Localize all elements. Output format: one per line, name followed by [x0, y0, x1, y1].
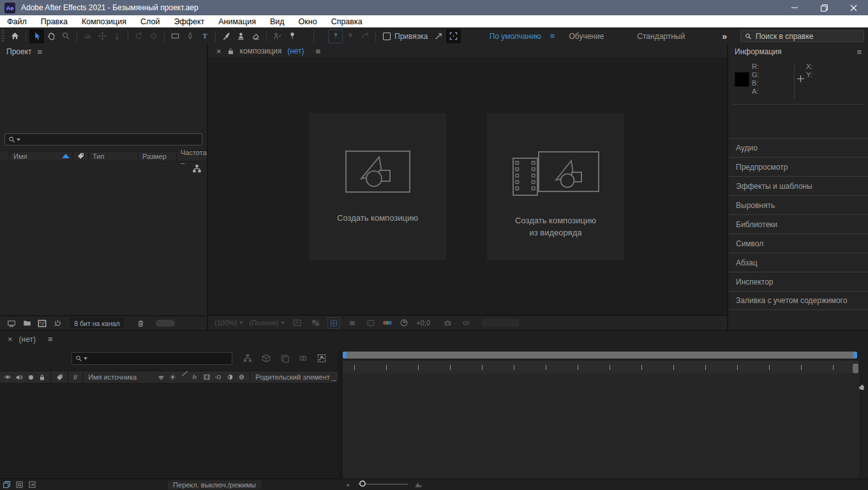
column-label[interactable] — [73, 151, 88, 161]
pan-camera-tool-icon[interactable] — [95, 29, 110, 43]
panel-menu-icon[interactable]: ≡ — [316, 47, 321, 56]
snapshot-camera-icon[interactable] — [441, 317, 454, 329]
hand-tool-icon[interactable] — [44, 29, 59, 43]
fit-view-icon[interactable] — [290, 317, 303, 329]
zoom-out-mountain-icon[interactable] — [345, 480, 352, 488]
exposure-icon[interactable] — [398, 317, 410, 329]
track-area[interactable] — [343, 373, 868, 479]
render-settings-icon[interactable] — [50, 319, 65, 328]
panel-tab-audio[interactable]: Аудио — [728, 138, 868, 157]
project-search-input[interactable] — [20, 135, 198, 144]
composition-tab[interactable]: × композиция (нет) ≡ — [208, 45, 727, 57]
timeline-search-box[interactable] — [71, 352, 232, 365]
tab-close-icon[interactable]: × — [216, 47, 221, 56]
panel-tab-align[interactable]: Выровнять — [728, 195, 868, 214]
layer-list-area[interactable] — [0, 383, 338, 479]
timeline-tab[interactable]: × (нет) ≡ — [8, 334, 53, 344]
menu-window[interactable]: Окно — [292, 17, 324, 26]
clone-stamp-tool-icon[interactable] — [234, 29, 248, 43]
graph-editor-icon[interactable] — [317, 353, 327, 363]
new-composition-icon[interactable] — [34, 319, 50, 328]
workspace-menu-icon[interactable]: ≡ — [550, 31, 555, 41]
magnification-dropdown[interactable]: (100%) — [214, 319, 243, 327]
timeline-horizontal-scrollbar[interactable] — [343, 352, 857, 359]
info-panel-title[interactable]: Информация — [735, 47, 781, 56]
menu-layer[interactable]: Слой — [133, 17, 167, 26]
region-of-interest-icon[interactable] — [346, 317, 359, 329]
zoom-slider[interactable] — [358, 484, 408, 485]
panel-tab-effects-presets[interactable]: Эффекты и шаблоны — [728, 176, 868, 195]
menu-effect[interactable]: Эффект — [167, 17, 211, 26]
panel-tab-preview[interactable]: Предпросмотр — [728, 157, 868, 176]
show-snapshot-icon[interactable] — [460, 317, 472, 329]
menu-edit[interactable]: Правка — [34, 17, 75, 26]
restore-button[interactable] — [809, 0, 839, 15]
channel-colors-icon[interactable] — [383, 321, 392, 325]
time-ruler[interactable] — [343, 360, 858, 373]
audio-icon[interactable] — [14, 373, 24, 382]
new-composition-from-footage-card[interactable]: Создать композицию из видеоряда — [487, 113, 624, 260]
new-composition-card[interactable]: Создать композицию — [309, 113, 446, 260]
snap-checkbox[interactable] — [383, 33, 391, 40]
timeline-search-input[interactable] — [87, 354, 228, 363]
mask-visibility-icon[interactable] — [446, 29, 461, 43]
workspace-overflow-icon[interactable]: » — [722, 31, 726, 41]
interpret-footage-icon[interactable] — [4, 319, 19, 328]
shy-icon[interactable] — [156, 373, 166, 381]
menu-file[interactable]: Файл — [0, 17, 34, 26]
resolution-dropdown[interactable]: (Полное) — [249, 319, 285, 327]
panel-tab-character[interactable]: Символ — [728, 234, 868, 253]
column-size[interactable]: Размер — [138, 151, 176, 161]
dolly-camera-tool-icon[interactable] — [110, 29, 124, 43]
panel-tab-content-aware-fill[interactable]: Заливка с учетом содержимого — [728, 291, 868, 310]
tab-close-icon[interactable]: × — [8, 334, 13, 344]
quality-icon[interactable] — [179, 374, 189, 380]
panel-menu-icon[interactable]: ≡ — [857, 47, 862, 57]
collapse-transformations-icon[interactable] — [167, 373, 177, 381]
3d-layer-icon[interactable] — [236, 373, 246, 381]
menu-help[interactable]: Справка — [324, 17, 370, 26]
column-parent-link[interactable]: Родительский элемент _ — [253, 373, 338, 381]
comp-marker-bin-icon[interactable] — [858, 383, 867, 392]
toggle-switches-modes-button[interactable]: Перекл. выключ./режимы — [168, 480, 261, 489]
lock-icon[interactable] — [37, 373, 47, 382]
panel-tab-libraries[interactable]: Библиотеки — [728, 214, 868, 234]
column-name[interactable]: Имя — [9, 151, 73, 161]
menu-animation[interactable]: Анимация — [211, 17, 263, 26]
frame-blending-icon[interactable] — [298, 353, 308, 363]
label-tag-icon[interactable] — [54, 373, 64, 382]
workspace-default[interactable]: По умолчанию — [490, 32, 541, 41]
column-type[interactable]: Тип — [88, 151, 138, 161]
unlock-icon[interactable] — [227, 47, 234, 56]
pen-tool-icon[interactable] — [183, 29, 197, 43]
column-number[interactable]: # — [71, 373, 80, 381]
layer-switches-pane-icon[interactable] — [3, 480, 11, 489]
zoom-slider-knob[interactable] — [359, 480, 366, 487]
frame-blend-icon[interactable] — [202, 373, 212, 381]
exposure-value[interactable]: +0,0 — [416, 319, 430, 327]
solo-icon[interactable] — [26, 375, 36, 380]
grid-guides-icon[interactable] — [327, 317, 340, 329]
orbit-camera-tool-icon[interactable] — [80, 29, 95, 43]
time-navigator-handle[interactable] — [853, 364, 858, 373]
effects-icon[interactable]: fx — [190, 373, 200, 381]
project-panel-title[interactable]: Проект — [6, 47, 32, 56]
type-tool-icon[interactable]: T — [197, 29, 212, 43]
column-framerate[interactable]: Частота _ — [176, 151, 207, 161]
bit-depth-button[interactable]: 8 бит на канал — [70, 318, 124, 328]
selection-tool-icon[interactable] — [29, 29, 44, 43]
brush-tool-icon[interactable] — [219, 29, 234, 43]
panel-tab-paragraph[interactable]: Абзац — [728, 253, 868, 272]
puppet-pin-tool-icon[interactable] — [285, 29, 299, 43]
zoom-in-mountain-icon[interactable] — [414, 480, 424, 489]
timeline-pane-divider[interactable] — [338, 350, 343, 479]
project-search-box[interactable] — [4, 133, 202, 145]
delete-icon[interactable] — [133, 319, 148, 328]
motion-blur-icon[interactable] — [213, 373, 223, 381]
title-action-safe-icon[interactable] — [364, 317, 377, 329]
eraser-tool-icon[interactable] — [248, 29, 263, 43]
panel-menu-icon[interactable]: ≡ — [38, 47, 43, 57]
pan-behind-tool-icon[interactable] — [146, 29, 161, 43]
workspace-learn[interactable]: Обучение — [569, 32, 604, 41]
minimize-button[interactable] — [780, 0, 809, 15]
